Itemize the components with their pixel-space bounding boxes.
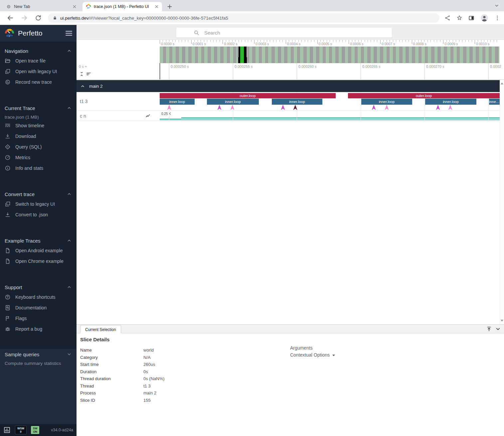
bookmark-star-icon[interactable] bbox=[456, 15, 463, 21]
chevron-up-icon[interactable] bbox=[67, 48, 72, 54]
kebab-menu-icon[interactable] bbox=[494, 15, 501, 21]
search-input[interactable]: Search bbox=[176, 28, 392, 38]
timeline-minimap[interactable] bbox=[160, 47, 499, 63]
sidebar-item-documentation[interactable]: Documentation bbox=[0, 302, 77, 313]
sidebar-item-record-new-trace[interactable]: Record new trace bbox=[0, 77, 77, 87]
slice-outer-loop[interactable]: outer.loop bbox=[348, 93, 500, 98]
reload-icon[interactable] bbox=[34, 14, 42, 22]
sidebar-item-convert-to-json[interactable]: Convert to .json bbox=[0, 209, 77, 220]
detail-label-category: Category bbox=[80, 354, 143, 361]
search-placeholder: Search bbox=[204, 30, 220, 36]
address-bar[interactable]: ui.perfetto.dev/#!/viewer?local_cache_ke… bbox=[48, 13, 439, 23]
sidebar-item-metrics[interactable]: Metrics bbox=[0, 152, 77, 163]
section-header-navigation[interactable]: Navigation bbox=[0, 46, 77, 55]
counter-track-lane[interactable]: 0.25 K bbox=[160, 111, 500, 121]
sidebar-item-label: Report a bug bbox=[15, 326, 42, 332]
sidebar-section-support: SupportKeyboard shortcutsDocumentationFl… bbox=[0, 282, 77, 334]
contextual-options-dropdown[interactable]: Contextual Options bbox=[290, 352, 335, 358]
section-header-convert-trace[interactable]: Convert trace bbox=[0, 189, 77, 199]
instant-marker[interactable] bbox=[167, 105, 171, 110]
slice-inner-loop[interactable]: inner.loop bbox=[425, 99, 476, 105]
section-header-current-trace[interactable]: Current Trace bbox=[0, 103, 77, 113]
side-panel-icon[interactable] bbox=[468, 15, 475, 21]
viewport-handle-right[interactable] bbox=[247, 47, 248, 57]
instant-marker[interactable] bbox=[385, 105, 389, 110]
chevron-up-icon[interactable] bbox=[80, 84, 85, 89]
close-tab-icon[interactable] bbox=[154, 4, 159, 9]
slice-outer-loop[interactable]: outer.loop bbox=[160, 93, 336, 98]
thread-track[interactable]: t1 3 outer.loopouter.loopinner.loopinner… bbox=[77, 92, 500, 111]
thread-track-lane[interactable]: outer.loopouter.loopinner.loopinner.loop… bbox=[160, 92, 500, 110]
counter-track[interactable]: c n 0.25 K bbox=[77, 111, 500, 121]
instant-marker[interactable] bbox=[293, 105, 297, 110]
sidebar-item-keyboard-shortcuts[interactable]: Keyboard shortcuts bbox=[0, 292, 77, 302]
slice-inner-loop[interactable]: inner.loop bbox=[272, 99, 322, 105]
time-axis-origin-tick bbox=[159, 63, 160, 79]
slice-inner-loop[interactable]: inner.loop bbox=[160, 99, 195, 105]
ruler-tick bbox=[412, 40, 412, 44]
chevron-up-icon[interactable] bbox=[67, 105, 72, 111]
slice-inner-loop[interactable]: inner.loop bbox=[361, 99, 412, 105]
sidebar-item-open-android-example[interactable]: Open Android example bbox=[0, 245, 77, 256]
instant-marker[interactable] bbox=[230, 105, 235, 110]
process-group-header[interactable]: main 2 bbox=[77, 80, 500, 92]
tab-current-selection[interactable]: Current Selection bbox=[80, 325, 121, 334]
chevron-up-icon[interactable] bbox=[67, 238, 72, 243]
sidebar-item-open-trace-file[interactable]: Open trace file bbox=[0, 55, 77, 66]
sidebar-item-info-and-stats[interactable]: Info and stats bbox=[0, 163, 77, 173]
counter-area-segment bbox=[160, 119, 181, 120]
ruler-label: 0.0004 s bbox=[287, 42, 300, 46]
collapse-tracks-icon[interactable] bbox=[79, 71, 84, 77]
instant-marker[interactable] bbox=[448, 105, 452, 110]
browser-tab-perfetto[interactable]: trace.json (1 MB) - Perfetto UI bbox=[83, 2, 162, 11]
section-header-sample-queries[interactable]: Sample queries bbox=[0, 350, 77, 359]
toolbar-actions bbox=[444, 14, 501, 22]
sidebar-section-current-trace: Current Tracetrace.json (1 MB)Show timel… bbox=[0, 103, 77, 173]
new-tab-favicon-icon bbox=[6, 4, 11, 9]
share-icon[interactable] bbox=[444, 15, 451, 21]
sidebar-item-open-chrome-example[interactable]: Open Chrome example bbox=[0, 256, 77, 267]
expand-panel-icon[interactable] bbox=[486, 326, 492, 332]
process-group-label: main 2 bbox=[89, 84, 103, 89]
viewport-indicator[interactable] bbox=[238, 47, 247, 63]
section-header-example-traces[interactable]: Example Traces bbox=[0, 236, 77, 245]
close-tab-icon[interactable] bbox=[72, 4, 77, 9]
viewport-handle-left[interactable] bbox=[237, 47, 239, 57]
sidebar-item-report-a-bug[interactable]: Report a bug bbox=[0, 324, 77, 334]
forward-icon[interactable] bbox=[20, 14, 28, 22]
browser-tab-new-tab[interactable]: New Tab bbox=[3, 2, 80, 11]
instant-marker[interactable] bbox=[281, 105, 285, 110]
section-header-support[interactable]: Support bbox=[0, 282, 77, 292]
chevron-up-icon[interactable] bbox=[67, 284, 72, 290]
file-icon bbox=[5, 258, 11, 264]
chevron-up-icon[interactable] bbox=[67, 191, 72, 197]
hamburger-menu-icon[interactable] bbox=[66, 31, 72, 36]
sidebar-item-flags[interactable]: Flags bbox=[0, 313, 77, 324]
chevron-down-icon[interactable] bbox=[67, 352, 72, 357]
back-icon[interactable] bbox=[6, 14, 14, 22]
instant-marker[interactable] bbox=[372, 105, 376, 110]
sidebar-item-show-timeline[interactable]: Show timeline bbox=[0, 120, 77, 131]
tab-strip-chevron-icon[interactable] bbox=[494, 3, 499, 8]
scroll-down-icon[interactable] bbox=[501, 320, 503, 322]
sidebar-item-query-sql[interactable]: Query (SQL) bbox=[0, 142, 77, 152]
chart-stats-icon[interactable] bbox=[3, 426, 11, 434]
lock-icon[interactable] bbox=[53, 16, 57, 20]
new-tab-button[interactable] bbox=[166, 3, 173, 10]
section-title: Current Trace bbox=[5, 105, 35, 111]
sidebar-item-open-with-legacy-ui[interactable]: Open with legacy UI bbox=[0, 66, 77, 77]
scroll-up-icon[interactable] bbox=[501, 82, 503, 84]
avatar[interactable] bbox=[480, 14, 489, 22]
thread-track-name: t1 3 bbox=[80, 99, 87, 104]
chevron-down-icon[interactable] bbox=[495, 326, 501, 332]
instant-marker[interactable] bbox=[436, 105, 440, 110]
slice-inner-loop[interactable]: inner.loop bbox=[489, 99, 500, 105]
slice-inner-loop[interactable]: inner.loop bbox=[207, 99, 259, 105]
sidebar-item-compute-summary-statistics[interactable]: Compute summary statistics bbox=[0, 359, 77, 368]
sidebar-item-download[interactable]: Download bbox=[0, 131, 77, 142]
sidebar-item-label: Open Android example bbox=[15, 248, 63, 253]
sort-tracks-icon[interactable] bbox=[86, 71, 91, 77]
track-scrollbar[interactable] bbox=[500, 80, 504, 324]
sidebar-item-switch-to-legacy-ui[interactable]: Switch to legacy UI bbox=[0, 199, 77, 209]
instant-marker[interactable] bbox=[217, 105, 222, 110]
